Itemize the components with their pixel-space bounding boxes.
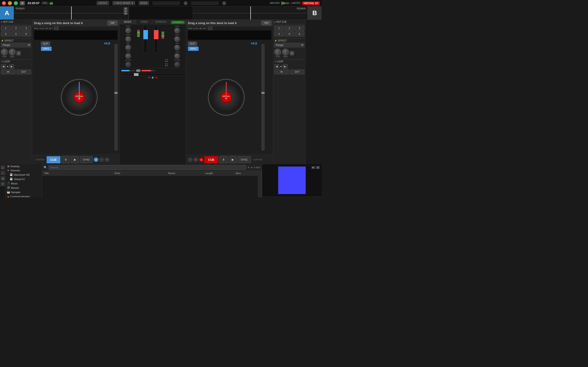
deck-a-sync-btn[interactable]: SYNC (80, 156, 93, 163)
deck-b-pause-btn[interactable]: ⏸ (219, 156, 228, 163)
deck-a-circle-btn-3[interactable]: + (105, 157, 109, 162)
deck-a-cue-btn[interactable]: CUE (47, 156, 61, 163)
tree-movies[interactable]: 🎬 Movies (6, 186, 42, 190)
hotcue-btn-3[interactable]: 3 (21, 26, 31, 31)
crossfader[interactable] (121, 73, 184, 75)
plus-btn-left[interactable]: + (17, 51, 21, 55)
deck-b-slip-btn[interactable]: SLIP (188, 42, 197, 46)
settings-button[interactable]: ⚙ (20, 1, 25, 5)
tab-scratch[interactable]: SCRATCH (153, 20, 169, 24)
gain-slider-left[interactable] (121, 70, 135, 71)
in-btn-left[interactable]: IN (1, 69, 16, 74)
deck-b-pitch-slider[interactable] (262, 44, 264, 150)
tree-sampler[interactable]: 🎹 Sampler (6, 190, 42, 194)
deck-b-platter-disc[interactable]: VIRTUALDJ (208, 79, 245, 116)
hotcue-btn-r6[interactable]: 6 (295, 31, 304, 36)
mixer-selector[interactable]: 2 DECK MIXER ▼ (112, 1, 135, 5)
tree-music[interactable]: 🎵 Music (6, 181, 42, 186)
str-knob-left[interactable] (1, 49, 8, 56)
hotcue-btn-r1[interactable]: 1 (274, 26, 284, 31)
deck-b-cue-btn[interactable]: CUE (204, 156, 218, 163)
hotcue-btn-r3[interactable]: 3 (295, 26, 304, 31)
deck-b-vinyl-btn[interactable]: VINYL (188, 47, 199, 51)
filter-a-knob[interactable] (125, 62, 131, 67)
plus-btn-right[interactable]: + (290, 51, 294, 55)
mid-a-knob[interactable] (125, 45, 131, 50)
filter-b-knob[interactable] (174, 62, 180, 67)
loop-fwd-left[interactable]: ▶ (9, 64, 14, 69)
effect-select-left[interactable]: Flanger (1, 43, 31, 47)
preview-vol-btn[interactable]: 🔊 (316, 166, 320, 169)
tree-macintosh[interactable]: 💾 Macintosh HD (8, 173, 42, 177)
deck-a-pitch-slider[interactable] (115, 44, 117, 150)
in-btn-right[interactable]: IN (274, 69, 289, 74)
hotcue-btn-6[interactable]: 6 (21, 31, 31, 36)
hotcue-btn-r4[interactable]: 4 (274, 31, 284, 36)
mid-b-knob[interactable] (174, 45, 180, 50)
deck-a-play-btn[interactable]: ▶ (71, 156, 79, 163)
sidebar-icon-add[interactable]: + (0, 171, 5, 175)
deck-b-sync-btn[interactable]: SYNC (238, 156, 251, 163)
low-a-knob[interactable] (125, 53, 131, 59)
deck-b-circle-btn-2[interactable]: + (193, 157, 198, 162)
sidebar-icon-back[interactable]: ◀ (0, 176, 5, 181)
spd-knob-right[interactable] (282, 49, 289, 56)
deck-a-circle-btn-2[interactable]: − (99, 157, 104, 162)
tempo-knob[interactable] (184, 1, 187, 5)
low-b-knob[interactable] (174, 53, 180, 59)
gain-a-knob[interactable] (125, 36, 131, 42)
str-knob-right[interactable] (274, 49, 281, 56)
deck-a-pause-btn[interactable]: ⏸ (61, 156, 70, 163)
deck-a-circle-btn-1[interactable]: ⚙ (94, 157, 98, 162)
deck-a-tap[interactable]: TAP (107, 21, 117, 25)
tree-desktop[interactable]: 🖥 Desktop (6, 164, 42, 168)
cf-minus-btn[interactable] (148, 77, 150, 78)
loop-back-right[interactable]: ◀ (274, 64, 279, 69)
close-button[interactable]: ✕ (2, 1, 6, 5)
preview-play-btn[interactable]: ▶ (311, 166, 315, 169)
loop-back-left[interactable]: ◀ (1, 64, 6, 69)
hotcue-btn-r5[interactable]: 5 (285, 31, 294, 36)
col-length[interactable]: Length (204, 171, 234, 175)
deck-a-vinyl-btn[interactable]: VINYL (41, 47, 52, 51)
cf-plus-btn[interactable] (156, 77, 157, 78)
hotcue-btn-1[interactable]: 1 (1, 26, 10, 31)
hotcue-btn-2[interactable]: 2 (11, 26, 21, 31)
tab-video[interactable]: VIDEO (136, 20, 153, 24)
folders-button[interactable]: folders (258, 171, 262, 197)
tree-volumes[interactable]: ▼ Volumes (6, 168, 42, 173)
hotcue-btn-4[interactable]: 4 (1, 31, 10, 36)
fader-a-track[interactable] (144, 25, 147, 53)
deck-a-platter-disc[interactable]: VIRTUALDJ (61, 79, 98, 116)
hotcue-btn-5[interactable]: 5 (11, 31, 21, 36)
maximize-button[interactable]: + (14, 1, 18, 5)
sidebar-icon-up[interactable]: ▲ (0, 165, 5, 170)
effect-select-right[interactable]: Flanger (274, 43, 304, 47)
search-clear-icon[interactable]: ✕ (247, 166, 250, 169)
fader-b-track[interactable] (154, 25, 157, 53)
loop-fwd-right[interactable]: ▶ (283, 64, 288, 69)
gain-slider-right[interactable] (141, 70, 155, 71)
col-remix[interactable]: Remix (166, 171, 204, 175)
spd-knob-left[interactable] (9, 49, 16, 56)
deck-b-play-btn[interactable]: ▶ (229, 156, 237, 163)
l-button[interactable]: L (124, 10, 128, 12)
a-button[interactable]: A (124, 12, 128, 15)
minimize-button[interactable]: — (8, 1, 12, 5)
col-artist[interactable]: Artist (112, 171, 166, 175)
hotcue-btn-r2[interactable]: 2 (285, 26, 294, 31)
high-a-knob[interactable] (125, 28, 131, 33)
gain-b-knob[interactable] (174, 36, 180, 42)
col-title[interactable]: Title (42, 171, 112, 175)
s-button[interactable]: S (124, 7, 128, 10)
tree-virtualdj[interactable]: 💾 Virtual DJ (8, 177, 42, 181)
deck-b-rec-btn[interactable]: ● (199, 157, 204, 162)
cf-headphone[interactable]: + (152, 77, 154, 78)
out-btn-left[interactable]: OUT (17, 69, 31, 74)
tempo-knob2[interactable] (222, 1, 226, 5)
high-b-knob[interactable] (174, 28, 180, 33)
col-bpm[interactable]: Bpm (234, 171, 258, 175)
search-input[interactable] (48, 165, 246, 170)
tree-contentunlimited[interactable]: ☁ ContentUnlimited (6, 194, 42, 197)
sideview-tab[interactable]: sideview info (317, 196, 321, 197)
